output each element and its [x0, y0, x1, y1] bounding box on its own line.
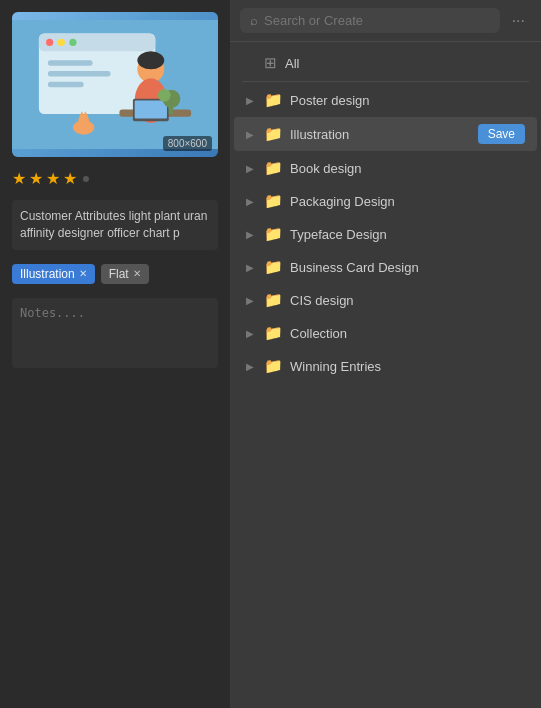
folder-icon: 📁 — [264, 324, 282, 342]
chevron-icon: ▶ — [246, 163, 256, 174]
category-typeface-design[interactable]: ▶ 📁 Typeface Design — [234, 218, 537, 250]
folder-icon: 📁 — [264, 192, 282, 210]
search-bar: ⌕ ··· — [230, 0, 541, 42]
category-label: Winning Entries — [290, 359, 525, 374]
svg-point-11 — [137, 51, 164, 69]
folder-icon: 📁 — [264, 225, 282, 243]
category-illustration[interactable]: ▶ 📁 Illustration Save — [234, 117, 537, 151]
tag-label: Illustration — [20, 267, 75, 281]
category-label: Poster design — [290, 93, 525, 108]
all-label: All — [285, 56, 525, 71]
divider — [242, 81, 529, 82]
right-panel: ⌕ ··· ⊞ All ▶ 📁 Poster design ▶ 📁 Illust… — [230, 0, 541, 708]
star-2[interactable]: ★ — [29, 169, 43, 188]
asset-image: 800×600 — [12, 12, 218, 157]
image-dimensions: 800×600 — [163, 136, 212, 151]
svg-rect-14 — [135, 100, 167, 118]
category-label: CIS design — [290, 293, 525, 308]
left-panel: 800×600 ★ ★ ★ ★ Customer Attributes ligh… — [0, 0, 230, 708]
folder-icon: 📁 — [264, 258, 282, 276]
star-1[interactable]: ★ — [12, 169, 26, 188]
category-label: Business Card Design — [290, 260, 525, 275]
search-wrapper: ⌕ — [240, 8, 500, 33]
category-label: Packaging Design — [290, 194, 525, 209]
category-collection[interactable]: ▶ 📁 Collection — [234, 317, 537, 349]
category-label: Book design — [290, 161, 525, 176]
chevron-icon: ▶ — [246, 328, 256, 339]
folder-icon: 📁 — [264, 357, 282, 375]
tag-close-illustration[interactable]: ✕ — [79, 268, 87, 279]
folder-icon: 📁 — [264, 159, 282, 177]
svg-rect-8 — [48, 81, 84, 86]
more-options-button[interactable]: ··· — [506, 10, 531, 32]
search-icon: ⌕ — [250, 13, 258, 28]
category-poster-design[interactable]: ▶ 📁 Poster design — [234, 84, 537, 116]
category-all[interactable]: ⊞ All — [234, 47, 537, 79]
chevron-icon: ▶ — [246, 262, 256, 273]
chevron-icon: ▶ — [246, 229, 256, 240]
svg-point-3 — [46, 38, 53, 45]
category-label: Collection — [290, 326, 525, 341]
folder-icon: 📁 — [264, 125, 282, 143]
folder-icon: 📁 — [264, 91, 282, 109]
star-3[interactable]: ★ — [46, 169, 60, 188]
star-rating[interactable]: ★ ★ ★ ★ — [12, 167, 218, 190]
star-empty-indicator — [83, 176, 89, 182]
category-label: Typeface Design — [290, 227, 525, 242]
category-book-design[interactable]: ▶ 📁 Book design — [234, 152, 537, 184]
tag-close-flat[interactable]: ✕ — [133, 268, 141, 279]
tag-flat[interactable]: Flat ✕ — [101, 264, 149, 284]
asset-description: Customer Attributes light plant uran aff… — [12, 200, 218, 250]
category-business-card-design[interactable]: ▶ 📁 Business Card Design — [234, 251, 537, 283]
svg-point-4 — [58, 38, 65, 45]
chevron-icon: ▶ — [246, 295, 256, 306]
chevron-icon: ▶ — [246, 196, 256, 207]
svg-rect-7 — [48, 71, 111, 76]
category-packaging-design[interactable]: ▶ 📁 Packaging Design — [234, 185, 537, 217]
chevron-icon: ▶ — [246, 361, 256, 372]
svg-rect-6 — [48, 60, 93, 65]
chevron-icon: ▶ — [246, 95, 256, 106]
save-button[interactable]: Save — [478, 124, 525, 144]
category-cis-design[interactable]: ▶ 📁 CIS design — [234, 284, 537, 316]
tags-container: Illustration ✕ Flat ✕ — [12, 260, 218, 288]
star-4[interactable]: ★ — [63, 169, 77, 188]
category-label: Illustration — [290, 127, 470, 142]
tag-illustration[interactable]: Illustration ✕ — [12, 264, 95, 284]
tag-label: Flat — [109, 267, 129, 281]
notes-input[interactable] — [12, 298, 218, 368]
svg-point-17 — [158, 89, 171, 102]
category-list: ⊞ All ▶ 📁 Poster design ▶ 📁 Illustration… — [230, 42, 541, 708]
svg-point-5 — [69, 38, 76, 45]
chevron-icon: ▶ — [246, 129, 256, 140]
grid-icon: ⊞ — [264, 54, 277, 72]
search-input[interactable] — [264, 13, 490, 28]
folder-icon: 📁 — [264, 291, 282, 309]
svg-rect-2 — [39, 33, 155, 51]
category-winning-entries[interactable]: ▶ 📁 Winning Entries — [234, 350, 537, 382]
